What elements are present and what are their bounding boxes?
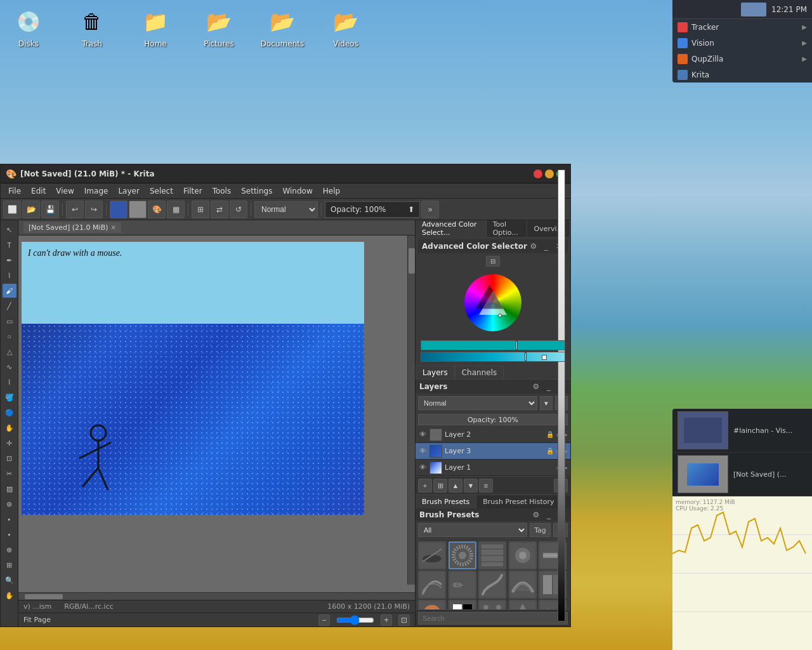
canvas-hscroll-thumb[interactable]	[25, 594, 63, 599]
layer-2-eye[interactable]: 👁	[418, 430, 427, 439]
brush-item-13[interactable]	[478, 600, 506, 609]
layers-minimize-icon[interactable]: _	[544, 382, 554, 391]
menu-filter[interactable]: Filter	[178, 185, 207, 197]
brush-item-11[interactable]	[418, 600, 446, 609]
menu-layer[interactable]: Layer	[113, 185, 144, 197]
menu-edit[interactable]: Edit	[26, 185, 51, 197]
canvas-scroll-container[interactable]: I can't draw with a mouse.	[18, 235, 415, 592]
desktop-icon-trash[interactable]: 🗑 Trash	[70, 6, 114, 48]
brush-item-8[interactable]	[478, 571, 506, 599]
brush-minimize-icon[interactable]: _	[544, 510, 554, 519]
zoom-out-btn[interactable]: −	[318, 614, 330, 626]
desktop-icon-documents[interactable]: 📂 Documents	[260, 6, 304, 48]
undo-btn[interactable]: ↩	[66, 201, 84, 218]
desktop-icon-home[interactable]: 📁 Home	[133, 6, 178, 48]
layers-settings-icon[interactable]: ⚙	[531, 382, 541, 391]
eraser-rect-tool[interactable]: ▪	[3, 512, 16, 526]
open-btn[interactable]: 📂	[22, 201, 40, 218]
brush-item-12[interactable]	[449, 600, 476, 609]
taskbar-qupzilla[interactable]: QupZilla ▶	[672, 51, 812, 67]
brush-search-input[interactable]	[418, 612, 568, 625]
task-item-lainchan[interactable]: #lainchan - Vis...	[672, 409, 812, 453]
color-hue-bar[interactable]	[421, 340, 565, 350]
brush-presets-tab[interactable]: Brush Presets	[416, 495, 476, 508]
zoom-in-btn[interactable]: +	[381, 614, 392, 626]
desktop-icon-disks[interactable]: 💿 Disks	[6, 6, 51, 48]
layer-props-btn[interactable]: ≡	[479, 479, 493, 493]
menu-image[interactable]: Image	[79, 185, 114, 197]
layers-blend-mode[interactable]: Normal	[418, 396, 537, 410]
color-settings-btn[interactable]: 🎨	[148, 201, 166, 218]
brush-history-tab[interactable]: Brush Preset History	[476, 495, 561, 508]
layer-1-eye[interactable]: 👁	[418, 463, 427, 472]
canvas-vscroll-thumb[interactable]	[409, 248, 415, 274]
polygon-tool[interactable]: △	[3, 345, 16, 359]
opacity-arrows[interactable]: ⬆	[408, 205, 414, 214]
calligraphy-tool[interactable]: ✒	[3, 253, 16, 267]
canvas-btn[interactable]: ⊞	[192, 201, 209, 218]
brush-settings-icon[interactable]: ⚙	[531, 510, 541, 519]
color-sat-handle[interactable]	[542, 355, 547, 360]
brush-item-14[interactable]	[509, 600, 537, 609]
advanced-color-tab[interactable]: Advanced Color Select...	[416, 220, 487, 237]
color-saturation-bar[interactable]	[421, 352, 565, 362]
reference-tool[interactable]: ⊞	[3, 558, 16, 572]
new-btn[interactable]: ⬜	[3, 201, 21, 218]
refresh-btn[interactable]: ↺	[230, 201, 247, 218]
fill-tool[interactable]: 🪣	[3, 390, 16, 404]
smudge-tool[interactable]: ✋	[3, 421, 16, 435]
canvas-tab-item[interactable]: [Not Saved] (21.0 MiB) ✕	[23, 222, 121, 233]
tool-options-tab[interactable]: Tool Optio...	[487, 220, 528, 237]
layer-3-row[interactable]: 👁 Layer 3 🔒 α ▶	[416, 443, 570, 460]
gradient-tool[interactable]: ▨	[3, 482, 16, 496]
transform-tool[interactable]: ⊡	[3, 451, 16, 465]
brush-tool[interactable]: 🖌	[3, 284, 16, 298]
brush-item-7[interactable]: ✏	[449, 571, 476, 599]
color-selector-dot[interactable]	[498, 314, 502, 317]
layer-3-eye[interactable]: 👁	[418, 447, 427, 456]
menu-help[interactable]: Help	[318, 185, 345, 197]
taskbar-krita[interactable]: Krita	[672, 67, 812, 83]
layers-opacity-bar[interactable]: Opacity: 100%	[418, 414, 568, 425]
mirror-btn[interactable]: ⇄	[211, 201, 228, 218]
canvas-vscrollbar[interactable]	[407, 235, 415, 585]
bezier-tool[interactable]: ∿	[3, 360, 16, 374]
channels-tab[interactable]: Channels	[455, 366, 504, 379]
desktop-icon-pictures[interactable]: 📂 Pictures	[197, 6, 241, 48]
smart-patch-tool[interactable]: ⊛	[3, 497, 16, 511]
desktop-icon-videos[interactable]: 📂 Videos	[324, 6, 368, 48]
freehand-tool[interactable]: ⌇	[3, 269, 16, 282]
fit-page-btn[interactable]: Fit Page	[23, 616, 51, 624]
contiguous-selection[interactable]: ⊕	[3, 543, 16, 557]
brush-item-4[interactable]	[509, 541, 537, 569]
brush-tag-btn[interactable]: Tag	[530, 523, 551, 537]
zoom-fit-btn[interactable]: ⊡	[398, 614, 410, 626]
menu-view[interactable]: View	[51, 185, 79, 197]
layer-down-btn[interactable]: ▼	[464, 479, 478, 493]
eraser-ellipse-tool[interactable]: •	[3, 527, 16, 541]
color-wheel[interactable]	[464, 274, 521, 331]
color-minimize-icon[interactable]: _	[541, 242, 551, 251]
ellipse-tool[interactable]: ○	[3, 329, 16, 343]
brush-item-2[interactable]	[449, 541, 476, 569]
layers-tab[interactable]: Layers	[416, 366, 455, 379]
window-minimize-btn[interactable]	[545, 169, 554, 178]
path-tool[interactable]: ⌇	[3, 375, 16, 389]
blend-mode-select[interactable]: Normal Multiply Screen	[254, 201, 318, 218]
brush-item-3[interactable]	[478, 541, 506, 569]
canvas-hscrollbar[interactable]	[18, 592, 415, 600]
menu-file[interactable]: File	[3, 185, 26, 197]
zoom-slider[interactable]	[336, 615, 374, 625]
color-settings-icon[interactable]: ⚙	[528, 242, 539, 251]
taskbar-vision[interactable]: Vision ▶	[672, 35, 812, 51]
add-layer-btn[interactable]: +	[418, 479, 432, 493]
crop-tool[interactable]: ✂	[3, 467, 16, 481]
fg-color-btn[interactable]	[110, 201, 128, 218]
redo-btn[interactable]: ↪	[85, 201, 103, 218]
task-item-notsaved[interactable]: [Not Saved] (...	[672, 453, 812, 496]
canvas-tab-close[interactable]: ✕	[111, 224, 116, 231]
eyedropper-tool[interactable]: 🔵	[3, 406, 16, 420]
menu-tools[interactable]: Tools	[207, 185, 237, 197]
brush-item-6[interactable]	[418, 571, 446, 599]
pan-tool[interactable]: ✋	[3, 588, 16, 602]
